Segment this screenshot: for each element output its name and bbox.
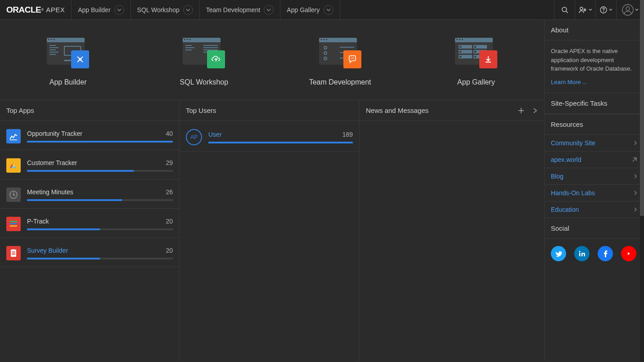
progress-bar <box>208 142 353 143</box>
nav-app-builder[interactable]: App Builder <box>72 0 131 19</box>
scrollbar[interactable] <box>640 0 644 362</box>
logo[interactable]: ORACLE® APEX <box>0 0 72 19</box>
progress-bar <box>27 228 173 230</box>
chevron-down-icon <box>589 8 592 12</box>
nav-label: App Gallery <box>287 6 320 13</box>
user-row[interactable]: AP User 189 <box>180 121 359 152</box>
chevron-right-icon <box>633 207 638 212</box>
chat-icon <box>343 50 361 68</box>
news-messages-panel: News and Messages <box>360 100 544 362</box>
app-row[interactable]: P-Track 20 <box>0 209 179 238</box>
svg-rect-16 <box>10 223 17 224</box>
app-row[interactable]: Customer Tracker 29 <box>0 150 179 179</box>
app-row[interactable]: Meeting Minutes 26 <box>0 179 179 209</box>
progress-bar <box>27 170 173 172</box>
scroll-thumb[interactable] <box>640 0 644 216</box>
chevron-right-icon <box>532 107 538 114</box>
svg-line-1 <box>566 11 568 13</box>
hero-team-development[interactable]: Team Development <box>272 38 408 86</box>
svg-rect-19 <box>12 249 15 250</box>
app-count: 40 <box>166 130 173 137</box>
svg-point-14 <box>13 194 14 196</box>
user-avatar-icon <box>622 4 634 16</box>
app-row[interactable]: Survey Builder 20 <box>0 238 179 267</box>
app-name: Survey Builder <box>27 247 68 254</box>
app-count: 20 <box>166 247 173 254</box>
add-message-button[interactable] <box>518 107 524 114</box>
hero-app-builder[interactable]: App Builder <box>0 38 136 86</box>
svg-rect-15 <box>10 221 17 222</box>
app-gallery-graphic <box>455 38 497 68</box>
site-tasks-header: Site-Specific Tasks <box>545 93 644 114</box>
svg-point-0 <box>562 7 567 12</box>
nav-label: SQL Workshop <box>137 6 180 13</box>
progress-bar <box>27 141 173 143</box>
svg-point-2 <box>580 7 583 10</box>
chevron-down-icon <box>635 8 639 12</box>
chevron-right-icon <box>633 190 638 196</box>
svg-rect-17 <box>10 225 17 227</box>
resource-link[interactable]: Community Site <box>545 135 644 152</box>
help-button[interactable] <box>595 0 616 19</box>
svg-rect-20 <box>579 253 581 256</box>
resource-link[interactable]: Education <box>545 201 644 218</box>
resource-link[interactable]: Blog <box>545 168 644 185</box>
social-header: Social <box>545 218 644 239</box>
resource-link[interactable]: apex.world <box>545 152 644 168</box>
top-users-panel: Top Users AP User 189 <box>180 100 360 362</box>
nav-label: Team Development <box>206 6 261 13</box>
progress-bar <box>27 258 173 259</box>
resource-label: Community Site <box>551 139 595 147</box>
logo-apex: APEX <box>46 6 65 13</box>
svg-point-21 <box>579 251 581 252</box>
pencil-ruler-icon <box>71 50 89 68</box>
nav-team-development[interactable]: Team Development <box>200 0 281 19</box>
chevron-down-icon[interactable] <box>324 5 333 15</box>
app-row[interactable]: Opportunity Tracker 40 <box>0 121 179 150</box>
resource-link[interactable]: Hands-On Labs <box>545 185 644 201</box>
app-builder-graphic <box>47 38 89 68</box>
search-icon <box>561 6 569 14</box>
panel-title: Top Users <box>186 107 216 114</box>
plus-icon <box>518 107 524 114</box>
chevron-down-icon[interactable] <box>183 5 193 15</box>
user-count: 189 <box>342 131 353 138</box>
hero-label: App Builder <box>50 78 87 86</box>
resource-label: Blog <box>551 173 563 180</box>
panel-header: News and Messages <box>360 100 544 121</box>
top-apps-panel: Top Apps Opportunity Tracker 40 Customer… <box>0 100 180 362</box>
resource-label: Hands-On Labs <box>551 189 595 197</box>
resource-label: apex.world <box>551 156 581 163</box>
twitter-button[interactable] <box>551 246 566 261</box>
linkedin-button[interactable] <box>574 246 590 261</box>
next-button[interactable] <box>532 107 538 114</box>
progress-bar <box>27 199 173 201</box>
social-row <box>545 239 644 268</box>
resources-header: Resources <box>545 114 644 135</box>
chevron-right-icon <box>633 140 638 146</box>
logo-oracle: ORACLE <box>6 5 41 15</box>
app-icon <box>6 217 21 231</box>
hero-label: Team Development <box>309 78 371 86</box>
top-nav-bar: ORACLE® APEX App Builder SQL Workshop Te… <box>0 0 644 20</box>
chevron-down-icon <box>609 8 612 12</box>
nav-app-gallery[interactable]: App Gallery <box>280 0 340 19</box>
youtube-button[interactable] <box>621 246 636 261</box>
cloud-upload-icon <box>207 50 225 68</box>
svg-point-10 <box>352 58 353 59</box>
hero-app-gallery[interactable]: App Gallery <box>408 38 544 86</box>
facebook-button[interactable] <box>598 246 613 261</box>
nav-sql-workshop[interactable]: SQL Workshop <box>131 0 200 19</box>
hero-sql-workshop[interactable]: SQL Workshop <box>136 38 272 86</box>
svg-point-9 <box>351 58 351 59</box>
admin-button[interactable] <box>575 0 595 19</box>
hero-label: App Gallery <box>457 78 495 86</box>
right-sidebar: About Oracle APEX is the native applicat… <box>544 20 644 362</box>
chevron-down-icon[interactable] <box>264 5 274 15</box>
learn-more-link[interactable]: Learn More ... <box>551 78 638 87</box>
admin-users-icon <box>578 6 587 14</box>
panel-header: Top Users <box>180 100 359 121</box>
search-button[interactable] <box>554 0 575 19</box>
download-icon <box>479 50 497 68</box>
chevron-down-icon[interactable] <box>114 5 124 15</box>
